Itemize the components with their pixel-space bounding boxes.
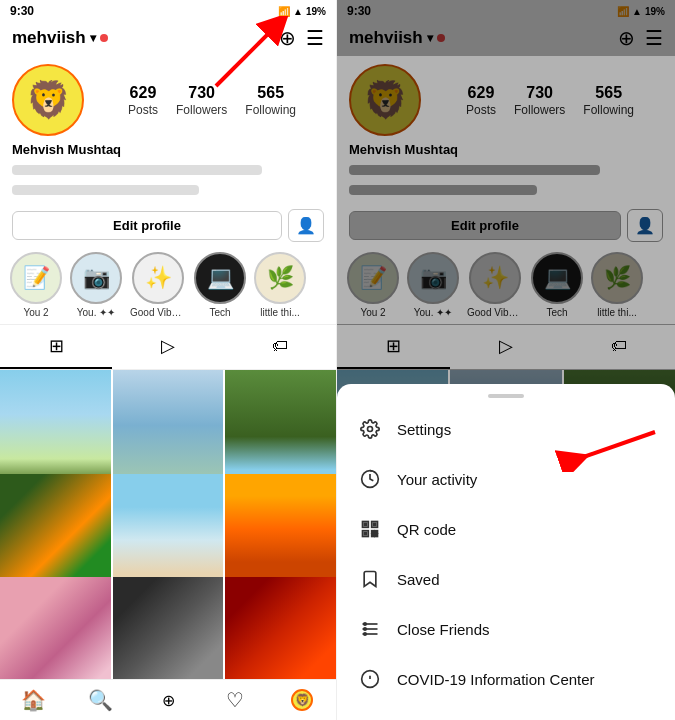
bio-line-1 — [12, 165, 262, 175]
story-item-2[interactable]: ✨ Good Vibes O... — [130, 252, 186, 318]
covid-info-label: COVID-19 Information Center — [397, 671, 595, 688]
stats-row-left: 629 Posts 730 Followers 565 Following — [100, 84, 324, 117]
grid-cell-0[interactable] — [0, 370, 111, 481]
bio-line-2 — [12, 185, 199, 195]
sheet-handle — [488, 394, 524, 398]
story-item-4[interactable]: 🌿 little thi... — [254, 252, 306, 318]
nav-home-left[interactable]: 🏠 — [0, 688, 67, 712]
tab-tagged-left[interactable]: 🏷 — [224, 325, 336, 369]
reels-tab-icon: ▷ — [161, 335, 175, 357]
your-activity-label: Your activity — [397, 471, 477, 488]
grid-cell-7[interactable] — [113, 577, 224, 679]
story-label-2: Good Vibes O... — [130, 307, 186, 318]
edit-profile-row-left: Edit profile 👤 — [0, 205, 336, 246]
signal-icon: 📶 — [278, 6, 290, 17]
add-person-button-left[interactable]: 👤 — [288, 209, 324, 242]
grid-tab-icon: ⊞ — [49, 335, 64, 357]
bottom-sheet-menu: Settings Your activity — [337, 384, 675, 720]
svg-rect-15 — [372, 534, 375, 537]
stories-row-left: 📝 You 2 📷 You. ✦✦ ✨ Good Vibes O... 💻 Te… — [0, 246, 336, 324]
tab-grid-left[interactable]: ⊞ — [0, 325, 112, 369]
followers-label: Followers — [176, 103, 227, 117]
story-item-0[interactable]: 📝 You 2 — [10, 252, 62, 318]
menu-item-covid[interactable]: COVID-19 Information Center — [337, 654, 675, 704]
battery-text: 19% — [306, 6, 326, 17]
covid-info-icon — [359, 668, 381, 690]
menu-item-saved[interactable]: Saved — [337, 554, 675, 604]
photo-grid-left — [0, 370, 336, 679]
story-circle-3: 💻 — [194, 252, 246, 304]
nav-reels-left[interactable]: ⊕ — [134, 688, 201, 712]
svg-rect-16 — [375, 531, 378, 534]
story-circle-1: 📷 — [70, 252, 122, 304]
profile-top: 🦁 629 Posts 730 Followers 565 Following — [12, 64, 324, 136]
svg-rect-10 — [373, 523, 376, 526]
tab-reels-left[interactable]: ▷ — [112, 325, 224, 369]
posts-count: 629 — [130, 84, 157, 102]
followers-stat[interactable]: 730 Followers — [176, 84, 227, 117]
following-stat[interactable]: 565 Following — [245, 84, 296, 117]
chevron-down-icon: ▾ — [90, 31, 96, 45]
svg-rect-14 — [375, 534, 378, 537]
qr-code-label: QR code — [397, 521, 456, 538]
nav-profile-left[interactable]: 🦁 — [269, 688, 336, 712]
story-circle-0: 📝 — [10, 252, 62, 304]
username-area: mehviish ▾ — [12, 28, 108, 48]
hamburger-menu-icon[interactable]: ☰ — [306, 26, 324, 50]
close-friends-label: Close Friends — [397, 621, 490, 638]
time-left: 9:30 — [10, 4, 34, 18]
wifi-icon: ▲ — [293, 6, 303, 17]
grid-cell-2[interactable] — [225, 370, 336, 481]
followers-count: 730 — [188, 84, 215, 102]
status-bar-left: 9:30 📶 ▲ 19% — [0, 0, 336, 22]
bottom-nav-left: 🏠 🔍 ⊕ ♡ 🦁 — [0, 679, 336, 720]
username-text: mehviish — [12, 28, 86, 48]
saved-icon — [359, 568, 381, 590]
nav-activity-left[interactable]: ♡ — [202, 688, 269, 712]
story-label-4: little thi... — [260, 307, 299, 318]
grid-cell-3[interactable] — [0, 474, 111, 585]
saved-label: Saved — [397, 571, 440, 588]
nav-search-left[interactable]: 🔍 — [67, 688, 134, 712]
story-label-0: You 2 — [23, 307, 48, 318]
avatar-image: 🦁 — [26, 79, 71, 121]
top-nav-left: mehviish ▾ ⊕ ☰ — [0, 22, 336, 56]
svg-point-4 — [368, 427, 373, 432]
story-label-1: You. ✦✦ — [77, 307, 115, 318]
following-label: Following — [245, 103, 296, 117]
edit-profile-button-left[interactable]: Edit profile — [12, 211, 282, 240]
svg-rect-11 — [364, 532, 367, 535]
svg-point-21 — [364, 628, 367, 631]
profile-section-left: 🦁 629 Posts 730 Followers 565 Following … — [0, 56, 336, 205]
story-item-3[interactable]: 💻 Tech — [194, 252, 246, 318]
close-friends-icon — [359, 618, 381, 640]
posts-label: Posts — [128, 103, 158, 117]
menu-item-close-friends[interactable]: Close Friends — [337, 604, 675, 654]
svg-rect-9 — [364, 523, 367, 526]
grid-cell-5[interactable] — [225, 474, 336, 585]
add-person-icon: 👤 — [296, 216, 316, 235]
story-circle-2: ✨ — [132, 252, 184, 304]
grid-cell-6[interactable] — [0, 577, 111, 679]
settings-icon — [359, 418, 381, 440]
status-icons-left: 📶 ▲ 19% — [278, 6, 326, 17]
tagged-tab-icon: 🏷 — [272, 337, 288, 355]
grid-cell-8[interactable] — [225, 577, 336, 679]
svg-rect-13 — [372, 531, 375, 534]
menu-item-qr-code[interactable]: QR code — [337, 504, 675, 554]
add-content-icon[interactable]: ⊕ — [279, 26, 296, 50]
story-label-3: Tech — [209, 307, 230, 318]
live-indicator — [100, 34, 108, 42]
story-item-1[interactable]: 📷 You. ✦✦ — [70, 252, 122, 318]
menu-item-your-activity[interactable]: Your activity — [337, 454, 675, 504]
full-name-left: Mehvish Mushtaq — [12, 142, 324, 157]
story-circle-4: 🌿 — [254, 252, 306, 304]
menu-item-settings[interactable]: Settings — [337, 404, 675, 454]
grid-cell-1[interactable] — [113, 370, 224, 481]
grid-cell-4[interactable] — [113, 474, 224, 585]
left-panel: 9:30 📶 ▲ 19% mehviish ▾ ⊕ ☰ 🦁 — [0, 0, 337, 720]
svg-point-20 — [364, 623, 367, 626]
posts-stat[interactable]: 629 Posts — [128, 84, 158, 117]
svg-point-22 — [364, 633, 367, 636]
following-count: 565 — [257, 84, 284, 102]
